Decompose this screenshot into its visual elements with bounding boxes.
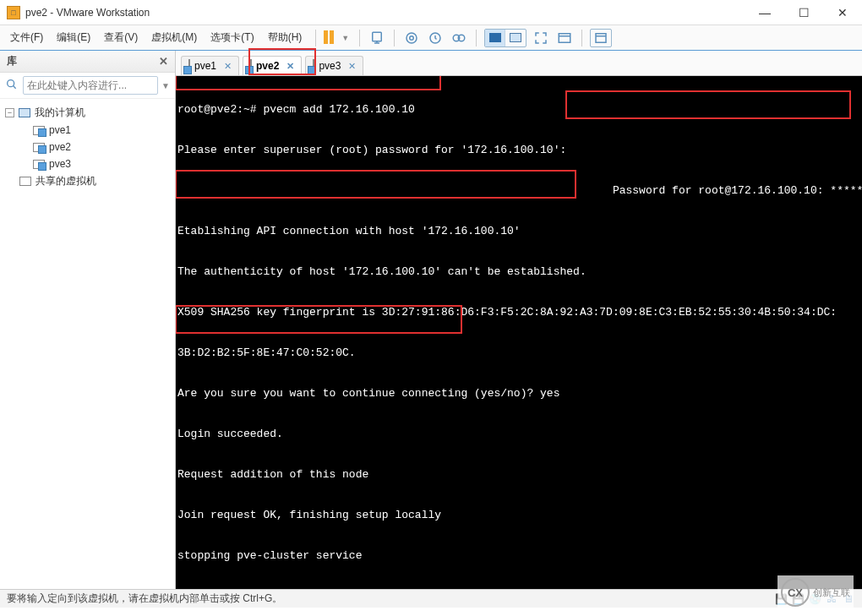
power-dropdown-icon[interactable]: ▼ [341,34,349,42]
menu-help[interactable]: 帮助(H) [263,27,308,48]
terminal-line: stopping pve-cluster service [176,549,862,563]
toolbar-separator [359,30,360,46]
toolbar-separator [476,30,477,46]
shared-icon [19,175,32,188]
svg-rect-6 [559,33,571,42]
window-title: pve2 - VMware Workstation [25,7,745,19]
svg-rect-0 [373,32,382,41]
watermark-text: 创新互联 [813,586,850,599]
snapshot-icon[interactable] [402,29,421,47]
sidebar: 库 ✕ ▼ − 我的计算机 pve1 pve2 [0,51,176,589]
maximize-button[interactable]: ☐ [784,0,823,25]
unity-icon[interactable] [555,29,574,47]
tab-label: pve2 [256,60,279,72]
menu-vm[interactable]: 虚拟机(M) [146,27,202,48]
menubar: 文件(F) 编辑(E) 查看(V) 虚拟机(M) 选项卡(T) 帮助(H) ▼ [0,25,862,51]
vm-icon [32,123,46,137]
tree-root-label: 我的计算机 [35,106,85,120]
menu-file[interactable]: 文件(F) [5,27,48,48]
vm-icon [188,60,190,72]
search-dropdown-icon[interactable]: ▼ [161,81,170,90]
revert-snapshot-icon[interactable] [426,29,445,47]
close-button[interactable]: ✕ [823,0,862,25]
sidebar-title: 库 [7,54,17,68]
svg-rect-7 [596,33,606,42]
terminal-line: Please enter superuser (root) password f… [176,144,862,157]
tree-item-label: pve2 [49,141,71,153]
tab-close-icon[interactable]: ✕ [286,61,294,72]
send-ctrl-alt-del-icon[interactable] [368,29,386,47]
computer-icon [18,106,31,120]
content-area: pve1 ✕ pve2 ✕ pve3 ✕ root@pve2:~# pvecm … [176,51,862,589]
menu-tabs[interactable]: 选项卡(T) [205,27,259,48]
sidebar-close-icon[interactable]: ✕ [159,55,168,68]
search-icon[interactable] [5,78,19,94]
svg-point-1 [406,33,417,43]
tabs-row: pve1 ✕ pve2 ✕ pve3 ✕ [176,51,862,76]
view-thumbnail-button[interactable] [505,30,526,46]
view-console-button[interactable] [485,30,505,46]
tree-shared-label: 共享的虚拟机 [35,174,96,188]
watermark-logo: CX [781,578,810,607]
app-icon: □ [7,6,20,19]
vm-icon [32,157,46,171]
menu-view[interactable]: 查看(V) [99,27,143,48]
minimize-button[interactable]: — [745,0,784,25]
view-mode-group [484,29,526,47]
fullscreen-icon[interactable] [532,29,550,47]
tree-root-my-computer[interactable]: − 我的计算机 [3,104,172,122]
sidebar-header: 库 ✕ [0,51,175,73]
tab-pve3[interactable]: pve3 ✕ [305,56,363,75]
tree-shared-vms[interactable]: 共享的虚拟机 [3,172,172,190]
library-icon[interactable] [590,29,612,47]
terminal[interactable]: root@pve2:~# pvecm add 172.16.100.10 Ple… [176,76,862,589]
terminal-line: Are you sure you want to continue connec… [176,387,862,401]
tab-pve2[interactable]: pve2 ✕ [243,56,302,75]
tab-pve1[interactable]: pve1 ✕ [181,56,239,75]
terminal-line: X509 SHA256 key fingerprint is 3D:27:91:… [176,306,862,319]
terminal-line: The authenticity of host '172.16.100.10'… [176,265,862,279]
tree-item-pve1[interactable]: pve1 [3,122,172,139]
terminal-line: Join request OK, finishing setup locally [176,509,862,522]
watermark: CX 创新互联 [777,575,854,609]
toolbar-separator [394,30,395,46]
terminal-line: Etablishing API connection with host '17… [176,225,862,238]
tab-label: pve3 [319,60,341,72]
tree-item-pve2[interactable]: pve2 [3,139,172,155]
toolbar-separator [315,30,316,46]
tree-item-label: pve3 [49,158,71,170]
library-tree: − 我的计算机 pve1 pve2 pve3 共享的虚拟机 [0,99,175,589]
search-input[interactable] [23,76,158,95]
terminal-line: Login succeeded. [176,428,862,441]
terminal-line: Password for root@172.16.100.10: ******* [176,184,862,198]
main-area: 库 ✕ ▼ − 我的计算机 pve1 pve2 [0,51,862,589]
tab-label: pve1 [194,60,216,72]
status-text: 要将输入定向到该虚拟机，请在虚拟机内部单击或按 Ctrl+G。 [7,591,282,606]
titlebar: □ pve2 - VMware Workstation — ☐ ✕ [0,0,862,25]
vm-icon [32,140,46,154]
terminal-line: 3B:D2:B2:5F:8E:47:C0:52:0C. [176,346,862,360]
menu-edit[interactable]: 编辑(E) [52,27,95,48]
terminal-line: root@pve2:~# pvecm add 172.16.100.10 [176,103,862,117]
tree-item-label: pve1 [49,124,71,136]
manage-snapshots-icon[interactable] [450,29,468,47]
terminal-line: Request addition of this node [176,468,862,482]
tab-close-icon[interactable]: ✕ [348,61,356,72]
tab-close-icon[interactable]: ✕ [224,61,232,72]
toolbar-separator [581,30,582,46]
svg-point-2 [410,35,414,40]
annotation-box [176,76,441,90]
statusbar: 要将输入定向到该虚拟机，请在虚拟机内部单击或按 Ctrl+G。 💾 💾 💿 🖧 … [0,589,862,608]
tree-item-pve3[interactable]: pve3 [3,155,172,172]
collapse-icon[interactable]: − [5,108,14,117]
vm-icon [313,60,314,72]
sidebar-search-row: ▼ [0,73,175,99]
pause-button[interactable] [323,30,338,46]
vm-icon [250,60,252,72]
